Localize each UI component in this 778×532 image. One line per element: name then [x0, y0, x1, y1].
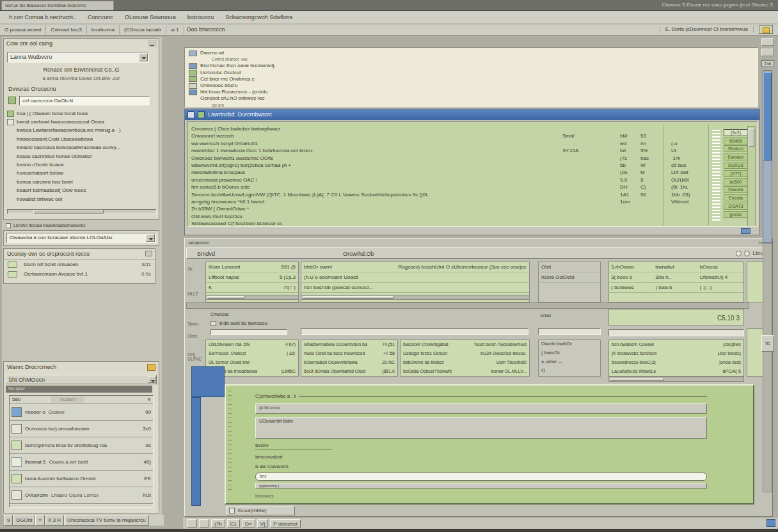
tree-item[interactable]: honcarbataort botaw — [7, 169, 157, 178]
tree-item[interactable]: boaort bctmaabcot( Oow wooc — [7, 187, 157, 195]
detail-row[interactable]: rowcnwbvbna Erocpavc (0o M LtX owt — [187, 169, 757, 176]
splitter-handle[interactable]: bc — [761, 335, 774, 352]
detail-row[interactable]: orocrcwcad prowcwoc OAC \ 9.0 5 OU1b0t — [187, 176, 757, 184]
attachment-icon[interactable] — [759, 25, 773, 34]
scrollbar-thumb[interactable] — [763, 72, 772, 160]
taskbar-item[interactable]: O= — [242, 519, 255, 528]
window-tab[interactable]: oon,e 5o Ibaoooct homtlna Gdcnrvc — [1, 1, 114, 10]
field-triplet[interactable]: 3( bcoo c 30a h.. Lrtcwcbt.t) 4 — [609, 272, 743, 283]
field-triplet[interactable]: 3.rhOaroo bwrwbvt bOooca — [609, 262, 743, 272]
field-label[interactable]: Owcrbt bwrbOc — [539, 340, 600, 349]
tree-item[interactable]: bwactc bacrcaca bowcaoafwracowaa ourwy..… — [7, 144, 157, 152]
document-item[interactable]: Dwcrno wt — [189, 50, 758, 56]
horizontal-scrollbar[interactable] — [301, 295, 530, 300]
detail-row[interactable]: arngcbg bncrwcwcv *h0 1 bwnct. 1om Vhbrc… — [187, 198, 757, 205]
toolbar-item[interactable]: Cnbvwd bnc3 — [46, 26, 86, 35]
dock-chip[interactable]: Dat — [761, 60, 774, 67]
panel-options-icon[interactable] — [145, 251, 152, 256]
tree-item[interactable]: bwrat owrbowt bwaocanacacoat Oowa — [7, 118, 157, 126]
detail-row[interactable]: Owcnooc bwrwcrt1 owcbchnc OOftc (7c hac … — [187, 155, 757, 162]
statusbar-cell[interactable]: X 3 R — [45, 515, 64, 526]
form-bar[interactable]: (4 hrLuvcv — [255, 403, 707, 414]
document-item[interactable]: Ucrtcrubc Occtcot — [189, 70, 758, 76]
statusbar-cell[interactable]: Ohccracoca TV turnv la rrwjaocrcu — [64, 515, 149, 526]
field-pair[interactable]: LaLwbcbv.bc.WbwcLe bPC/A( 5 — [609, 366, 743, 375]
worklist-row[interactable]: Ocrvooco loo) omcwfoncwm 3c0 — [10, 421, 153, 437]
tree-item[interactable]: bcaou cacnrbtod horow Ocmabcr — [7, 152, 157, 160]
horizontal-scrollbar[interactable] — [205, 295, 299, 300]
tree-item[interactable]: hwaoccaoant.Coat Lbacaowbcwa — [7, 135, 157, 143]
finder-line1[interactable]: Rcnacc onr Envtnncnat Co..G — [4, 66, 159, 74]
field-pair[interactable]: Ucbcgcr brcbc Ocncor bU3A Owoc0cd bwcoc. — [401, 349, 529, 358]
menu-item[interactable]: h.con Comua b.nectrvcrit.. — [4, 12, 81, 23]
field-label[interactable]: a..wbwr — — [539, 358, 600, 367]
detail-row[interactable]: hm ooncc5.b bOoroo octc DH C) (0t. 1hL — [187, 184, 757, 191]
mid-input-bar[interactable] — [538, 328, 601, 335]
scrollbar-thumb[interactable] — [303, 296, 393, 299]
statusbar-cell[interactable]: 9 — [4, 515, 13, 526]
tree-item[interactable]: bonon o'bcxtc bcaoa — [7, 160, 157, 169]
tree-item[interactable]: howabct brbwac oot — [7, 195, 157, 203]
field-pair[interactable]: hcn bacr\0b (powcat ocnvzcr... — [301, 283, 529, 293]
worklist-selected-bar[interactable]: hw apwr — [6, 386, 152, 393]
selection-strip[interactable] — [191, 397, 201, 506]
toolbar-item[interactable]: (COncoa lacratir — [120, 26, 166, 35]
scrollbar-track-lower[interactable] — [763, 243, 772, 492]
detail-row[interactable]: rwwnrhbcr 1 bwnwbcoa Ocrc 1 bcbrfucrcna … — [187, 147, 757, 154]
detail-row[interactable]: Smcnnc bcoVAwUcrw/LogrctVW (QtTC. 1 Mocn… — [187, 191, 757, 198]
detail-row[interactable]: wa wwrncch bcnpf Orbartu01 wd /m (.o — [187, 140, 757, 147]
scrollbar-thumb[interactable] — [610, 378, 664, 380]
detail-row[interactable]: Crwooonrt.wcrcrcb Smd/ bM 53 — [187, 132, 757, 139]
search-icon[interactable] — [8, 97, 16, 104]
toolbar-item[interactable]: O pcraoa wcwnt — [0, 26, 46, 35]
app-icon[interactable] — [199, 519, 209, 528]
tree-item[interactable]: bwbca Lawtarorfawacowrboca.wo mwrug.a · … — [7, 127, 157, 135]
field-pair[interactable]: 5oUt dOnata Obwnbarbd Otoct (851.0 — [301, 366, 397, 375]
filter-option[interactable]: LtcVAn lbcoaa bwatAraabcmwrwcbc — [6, 223, 86, 228]
field-pair[interactable]: bbbOwrvk da bwbcd Ucm Tbocrbct0 — [401, 358, 529, 367]
field-pair[interactable]: (h.U o oocrnoanr Uoacb — [301, 272, 529, 283]
main-vertical-scrollbar[interactable] — [763, 70, 772, 243]
taskbar-item[interactable]: (7b — [211, 519, 225, 528]
document-item[interactable]: cw orn — [189, 102, 758, 108]
taskbar-item[interactable]: C1 — [227, 519, 240, 528]
monitor-icon[interactable] — [741, 228, 750, 234]
detail-row[interactable]: Crvowrca ( Chcn.bwbcbcr bwbwpfwwcr — [187, 125, 757, 132]
mid-input-bar[interactable] — [301, 328, 528, 335]
selection-block[interactable] — [191, 366, 225, 397]
field-pair[interactable]: lKom Lonoont 591 (5 — [206, 262, 298, 272]
scrollbar-thumb[interactable] — [749, 128, 754, 147]
overview-row[interactable]: Ocrtowrcmaon Avcaoe bvt.1 0.0c — [4, 269, 155, 279]
field-pair[interactable]: Shacbwrnabwa Ocowrdvbon ba 74.(51 — [301, 340, 397, 349]
toolbar-item[interactable]: w 1 — [166, 26, 184, 35]
scrollbar-thumb[interactable] — [207, 296, 244, 299]
detail-row[interactable]: 2h b35W ( OwrwdOdwv ^ — [187, 205, 757, 212]
detail-row[interactable]: OM.wwo rhurt bocOcu — [187, 213, 757, 220]
worklist-row[interactable]: bona Aoomm ba3warco Ormmt 9'K — [10, 471, 153, 487]
profile-dropdown[interactable]: Owawvba a coo bcracawr abuma LOLOaAbu — [6, 233, 156, 243]
document-item[interactable]: hbt.hooo Rcoacrsroc - (crdotc — [189, 89, 758, 95]
search-input[interactable]: cvf cacrcrcna OaOb-N — [19, 96, 150, 106]
detail-window-titlebar[interactable]: Lawrtncbd Durcrnbwrcrc — [185, 109, 759, 120]
horizontal-scrollbar[interactable] — [608, 377, 744, 382]
field-pair[interactable]: hcora OctOctd — [539, 272, 600, 283]
form-text-input[interactable]: bnc — [255, 473, 707, 481]
detail-row[interactable]: wbwrwvrrnt.crt(ogn1) bor(2cbca ocrhaa (A… — [187, 162, 757, 169]
field-pair[interactable]: Lffboot napoc 5 (1)L3 — [206, 272, 298, 283]
field-pair[interactable]: booowbrocco booC(3) )oncw bcd) — [609, 358, 743, 367]
taskbar-item[interactable]: P otcnznot — [270, 519, 301, 528]
worklist-row[interactable]: lhowrat 5 Oowro.a.wrt battt 40) — [10, 454, 153, 471]
worklist-subheader[interactable]: bht OhMOocn — [6, 375, 157, 384]
field-pair[interactable]: bOwrnabcd Ocowvnbhawa 20.NC — [301, 358, 397, 367]
taskbar-item[interactable]: V] — [257, 519, 269, 528]
field-pair[interactable]: bcn bwabcrK Cowner )cbc(bwc — [609, 340, 743, 349]
statusbar-cell[interactable]: = — [35, 515, 45, 526]
toolbar-item[interactable]: brurbuvna — [87, 26, 120, 35]
document-item[interactable]: Cct bncr rnc Orwbrrca c — [189, 76, 758, 82]
detail-vertical-scrollbar[interactable] — [747, 126, 756, 227]
chevron-down-icon[interactable] — [146, 234, 155, 242]
worklist-row[interactable]: buhOgnmcra brca bv orcrtictoug roa 9c — [10, 437, 153, 454]
sub-window-tab[interactable]: Xcuot(rhMw) — [226, 506, 295, 515]
menu-item[interactable]: Sckwcsongcwoh Sdwllons — [220, 12, 298, 23]
menu-item[interactable]: OLoouse Sowrooua — [120, 12, 181, 23]
